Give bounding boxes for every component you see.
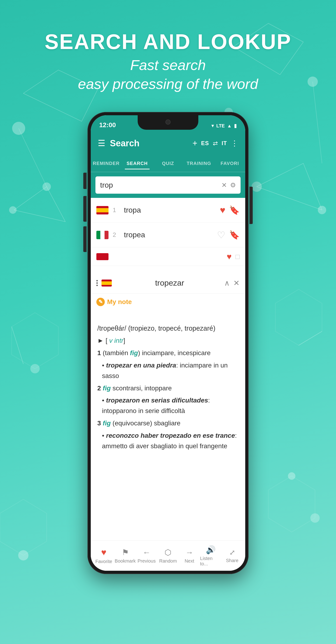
svg-point-29	[310, 513, 320, 523]
random-nav-label: Random	[159, 558, 177, 564]
drag-handle-icon[interactable]	[96, 280, 98, 286]
collapse-icon[interactable]: ∧	[224, 278, 230, 288]
previous-nav-label: Previous	[138, 558, 156, 564]
app-title: Search	[110, 138, 192, 148]
phone-notch	[138, 115, 198, 130]
favorite-nav-icon: ♥	[101, 548, 107, 558]
nav-bookmark[interactable]: ⚑ Bookmark	[114, 548, 136, 564]
bookmark-nav-label: Bookmark	[115, 558, 136, 564]
svg-point-28	[18, 550, 28, 560]
svg-marker-14	[12, 313, 58, 369]
svg-point-25	[9, 206, 16, 214]
bookmark-icon-2[interactable]: 🔖	[229, 230, 240, 240]
my-note-text: My note	[107, 298, 132, 306]
hero-subtitle: Fast search easy processing of the word	[0, 56, 336, 93]
nav-listen[interactable]: 🔊 Listen to...	[200, 545, 222, 566]
nav-favorite[interactable]: ♥ Favorite	[93, 548, 114, 564]
def-3: 3 fig (equivocarse) sbagliare	[97, 418, 239, 429]
favorite-icon-3-partial: ♥	[227, 252, 232, 262]
pos-tag: v intr	[109, 337, 124, 344]
next-nav-icon: →	[186, 548, 194, 557]
nav-next[interactable]: → Next	[179, 548, 200, 564]
def-1: 1 (también fig) inciampare, incespicare	[97, 348, 239, 358]
favorite-nav-label: Favorite	[96, 559, 112, 564]
results-list: 1 tropa ♥ 🔖 2 tropea ♡ 🔖	[91, 198, 245, 266]
search-query[interactable]: trop	[100, 181, 222, 190]
nav-share[interactable]: ⤢ Share	[222, 548, 243, 563]
example-2: • tropezaron en serias dificultades: int…	[102, 395, 239, 416]
bookmark-icon-1[interactable]: 🔖	[229, 205, 240, 215]
svg-line-3	[23, 93, 82, 121]
camera	[166, 120, 170, 124]
search-input-wrapper: trop ✕ ⚙	[96, 176, 240, 194]
add-button[interactable]: +	[192, 138, 198, 148]
result-num-1: 1	[113, 206, 120, 214]
lang-target[interactable]: IT	[222, 140, 227, 146]
selected-flag	[102, 280, 112, 286]
svg-line-9	[47, 187, 65, 222]
svg-marker-17	[268, 476, 315, 532]
svg-line-32	[313, 82, 322, 163]
random-nav-icon: ⬡	[164, 548, 172, 557]
lang-source[interactable]: ES	[201, 140, 209, 146]
svg-line-13	[257, 187, 322, 210]
search-bar-section: trop ✕ ⚙	[91, 172, 245, 198]
tab-search[interactable]: SEARCH	[122, 158, 152, 169]
more-options-icon[interactable]: ⋮	[231, 139, 238, 148]
flag-es-1	[96, 206, 108, 214]
flag-partial-3	[96, 253, 108, 260]
lang-swap-icon[interactable]: ⇄	[213, 140, 218, 147]
share-nav-icon: ⤢	[229, 548, 235, 556]
tab-training[interactable]: TRAINING	[184, 158, 214, 169]
tabs: REMINDER SEARCH QUIZ TRAINING FAVORI	[91, 155, 245, 172]
previous-nav-icon: ←	[142, 548, 150, 557]
favorite-icon-1[interactable]: ♥	[220, 205, 226, 215]
selected-word: tropezar	[115, 278, 224, 288]
result-item-3-partial[interactable]: ♥ □	[91, 247, 245, 266]
svg-line-18	[12, 327, 23, 364]
tab-reminder[interactable]: REMINDER	[91, 158, 122, 169]
svg-point-24	[252, 182, 262, 192]
result-num-2: 2	[113, 231, 120, 238]
next-nav-label: Next	[184, 558, 194, 564]
my-note-label[interactable]: ✎ My note	[96, 298, 240, 306]
selected-item-header: tropezar ∧ ✕	[91, 272, 245, 294]
svg-line-19	[299, 331, 322, 345]
lte-label: LTE	[216, 123, 225, 128]
favorite-icon-2[interactable]: ♡	[217, 230, 226, 240]
result-item-1[interactable]: 1 tropa ♥ 🔖	[91, 198, 245, 222]
svg-line-11	[257, 163, 303, 187]
result-item-2[interactable]: 2 tropea ♡ 🔖	[91, 222, 245, 247]
selected-item-panel: tropezar ∧ ✕ ✎ My note	[91, 272, 245, 308]
tab-favorites[interactable]: FAVORI	[214, 158, 245, 169]
svg-point-26	[318, 206, 326, 214]
svg-marker-16	[0, 499, 47, 555]
battery-icon: ▮	[234, 123, 237, 129]
tab-quiz[interactable]: QUIZ	[152, 158, 184, 169]
close-detail-icon[interactable]: ✕	[233, 278, 240, 288]
nav-previous[interactable]: ← Previous	[136, 548, 157, 564]
share-nav-label: Share	[226, 558, 238, 563]
app-bar-actions: + ES ⇄ IT ⋮	[192, 138, 238, 148]
hero-section: SEARCH AND LOOKUP Fast search easy proce…	[0, 30, 336, 93]
search-settings-icon[interactable]: ⚙	[230, 181, 236, 189]
dictionary-content: /tropeθár/ (tropiezo, tropecé, tropezaré…	[91, 318, 245, 540]
example-1: • tropezar en una piedra: inciampare in …	[102, 360, 239, 381]
status-time: 12:00	[99, 121, 116, 129]
svg-line-10	[14, 210, 65, 222]
flag-it-2	[96, 231, 108, 239]
result-word-tropa: tropa	[124, 206, 220, 214]
svg-point-23	[42, 182, 51, 191]
clear-search-icon[interactable]: ✕	[222, 181, 227, 189]
menu-icon[interactable]: ☰	[98, 138, 105, 148]
pos-line: ► [ v intr]	[97, 336, 239, 346]
signal-icon: ▲	[227, 123, 232, 128]
wifi-icon: ▾	[212, 123, 214, 129]
def-2: 2 fig scontrarsi, intoppare	[97, 383, 239, 394]
svg-line-31	[19, 128, 47, 187]
audio-nav-icon: 🔊	[206, 545, 216, 554]
nav-random[interactable]: ⬡ Random	[157, 548, 179, 564]
phone-frame: 12:00 ▾ LTE ▲ ▮ ☰ Search + ES ⇄ IT ⋮	[88, 112, 248, 574]
app-bar: ☰ Search + ES ⇄ IT ⋮	[91, 132, 245, 155]
bookmark-icon-3-partial: □	[236, 253, 240, 261]
